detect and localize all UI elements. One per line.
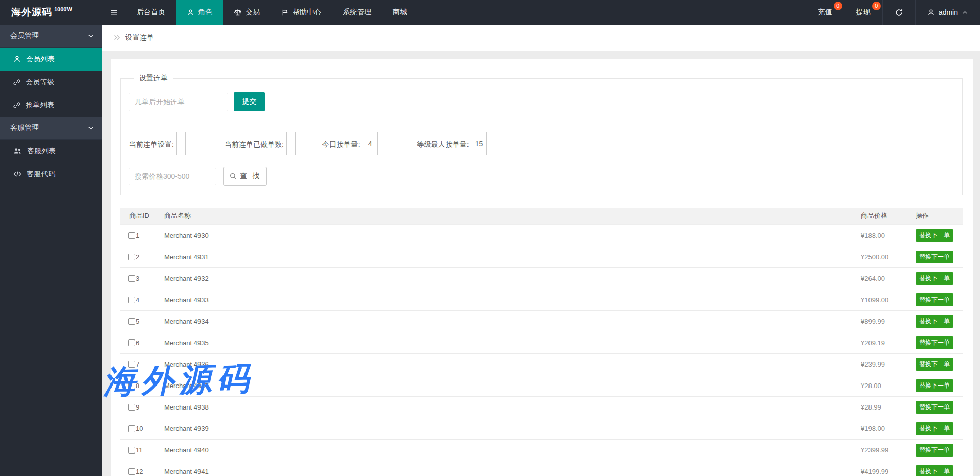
product-price: ¥28.00 <box>854 375 909 396</box>
row-checkbox[interactable] <box>128 468 135 475</box>
row-checkbox[interactable] <box>128 254 135 260</box>
replace-next-order-button[interactable]: 替换下一单 <box>916 379 953 392</box>
sidebar-group-member[interactable]: 会员管理 <box>0 25 102 48</box>
app-logo: 海外源码 1000W <box>0 0 102 25</box>
search-row: 查 找 <box>129 167 954 186</box>
replace-next-order-button[interactable]: 替换下一单 <box>916 251 953 263</box>
product-name: Merchant 4931 <box>155 246 854 267</box>
column-header: 商品ID <box>120 208 155 224</box>
chain-settings-fieldset: 设置连单 提交 当前连单设置:当前连单已做单数:今日接单量:4等级最大接单量:1… <box>120 74 963 195</box>
fieldset-legend: 设置连单 <box>134 74 173 83</box>
table-row: 3Merchant 4932¥264.00替换下一单 <box>120 267 963 289</box>
chain-stats-row: 当前连单设置:当前连单已做单数:今日接单量:4等级最大接单量:15 <box>129 132 954 155</box>
sidebar-toggle-button[interactable] <box>102 0 126 25</box>
nav-item-label: 交易 <box>246 8 260 17</box>
product-name: Merchant 4936 <box>155 353 854 375</box>
table-row: 6Merchant 4935¥209.19替换下一单 <box>120 332 963 353</box>
sidebar-item-service-code[interactable]: 客服代码 <box>0 163 102 186</box>
product-price: ¥4199.99 <box>854 461 909 476</box>
nav-item-help[interactable]: 帮助中心 <box>271 0 332 25</box>
sidebar-item-service-list[interactable]: 客服列表 <box>0 140 102 163</box>
link-icon <box>13 79 20 86</box>
refresh-button[interactable] <box>882 0 915 25</box>
replace-next-order-button[interactable]: 替换下一单 <box>916 315 953 328</box>
replace-next-order-button[interactable]: 替换下一单 <box>916 422 953 435</box>
nav-item-role[interactable]: 角色 <box>176 0 223 25</box>
row-checkbox[interactable] <box>128 318 135 325</box>
replace-next-order-button[interactable]: 替换下一单 <box>916 444 953 457</box>
chain-form-row: 提交 <box>129 92 954 111</box>
stat-label: 今日接单量: <box>322 140 360 155</box>
nav-action-withdraw[interactable]: 提现0 <box>844 0 882 25</box>
stat-2: 今日接单量:4 <box>322 132 378 155</box>
stat-value-box <box>286 132 296 155</box>
nav-right: 充值0提现0admin <box>806 0 980 25</box>
nav-item-label: 角色 <box>198 8 212 17</box>
product-name: Merchant 4939 <box>155 418 854 439</box>
row-checkbox[interactable] <box>128 361 135 368</box>
replace-next-order-button[interactable]: 替换下一单 <box>916 465 953 476</box>
sidebar-item-member-list[interactable]: 会员列表 <box>0 48 102 71</box>
search-icon <box>229 172 237 180</box>
product-price: ¥2500.00 <box>854 246 909 267</box>
stat-label: 当前连单已做单数: <box>225 140 284 155</box>
top-navbar: 海外源码 1000W 后台首页角色交易帮助中心系统管理商城 充值0提现0admi… <box>0 0 980 25</box>
product-id: 9 <box>136 403 139 411</box>
nav-item-trade[interactable]: 交易 <box>223 0 271 25</box>
stat-label: 等级最大接单量: <box>417 140 469 155</box>
row-checkbox[interactable] <box>128 425 135 432</box>
row-checkbox[interactable] <box>128 275 135 282</box>
sidebar-group-service[interactable]: 客服管理 <box>0 117 102 140</box>
person-icon <box>187 9 194 16</box>
nav-item-mall[interactable]: 商城 <box>382 0 418 25</box>
product-price: ¥209.19 <box>854 332 909 353</box>
sidebar-group-label: 客服管理 <box>10 123 39 132</box>
product-id: 7 <box>136 360 139 368</box>
app-logo-text: 海外源码 <box>11 6 52 19</box>
breadcrumb-label: 设置连单 <box>125 33 154 42</box>
product-name: Merchant 4933 <box>155 289 854 310</box>
person-icon <box>927 9 935 16</box>
sidebar-group-label: 会员管理 <box>10 31 39 40</box>
row-checkbox[interactable] <box>128 404 135 411</box>
replace-next-order-button[interactable]: 替换下一单 <box>916 401 953 414</box>
row-checkbox[interactable] <box>128 232 135 239</box>
nav-action-recharge[interactable]: 充值0 <box>806 0 844 25</box>
row-checkbox[interactable] <box>128 447 135 454</box>
user-name: admin <box>939 8 958 16</box>
table-row: 5Merchant 4934¥899.99替换下一单 <box>120 310 963 332</box>
sidebar-item-member-level[interactable]: 会员等级 <box>0 71 102 94</box>
replace-next-order-button[interactable]: 替换下一单 <box>916 272 953 285</box>
hamburger-icon <box>110 8 118 16</box>
price-search-input[interactable] <box>129 168 216 185</box>
product-id: 6 <box>136 339 139 347</box>
notification-badge: 0 <box>872 2 881 10</box>
nav-item-system[interactable]: 系统管理 <box>332 0 382 25</box>
find-button[interactable]: 查 找 <box>223 167 267 186</box>
product-id: 11 <box>136 446 143 454</box>
users-icon <box>13 147 22 155</box>
nav-item-label: 系统管理 <box>343 8 371 17</box>
stat-value-box: 15 <box>472 132 487 155</box>
row-checkbox[interactable] <box>128 382 135 389</box>
double-chevron-right-icon <box>113 34 121 41</box>
replace-next-order-button[interactable]: 替换下一单 <box>916 358 953 371</box>
panel-card: 设置连单 提交 当前连单设置:当前连单已做单数:今日接单量:4等级最大接单量:1… <box>111 59 973 476</box>
product-id: 5 <box>136 318 139 325</box>
column-header: 操作 <box>909 208 963 224</box>
nav-item-home[interactable]: 后台首页 <box>126 0 176 25</box>
product-price: ¥1099.00 <box>854 289 909 310</box>
chain-count-input[interactable] <box>129 93 228 111</box>
sidebar: 会员管理会员列表会员等级抢单列表客服管理客服列表客服代码 <box>0 25 102 476</box>
user-menu[interactable]: admin <box>915 0 980 25</box>
row-checkbox[interactable] <box>128 297 135 303</box>
nav-item-label: 帮助中心 <box>293 8 321 17</box>
submit-button[interactable]: 提交 <box>234 92 265 111</box>
sidebar-item-grab-list[interactable]: 抢单列表 <box>0 94 102 117</box>
row-checkbox[interactable] <box>128 339 135 346</box>
replace-next-order-button[interactable]: 替换下一单 <box>916 229 953 242</box>
content-area: 设置连单 提交 当前连单设置:当前连单已做单数:今日接单量:4等级最大接单量:1… <box>102 51 980 476</box>
replace-next-order-button[interactable]: 替换下一单 <box>916 293 953 306</box>
replace-next-order-button[interactable]: 替换下一单 <box>916 336 953 349</box>
product-name: Merchant 4932 <box>155 267 854 289</box>
